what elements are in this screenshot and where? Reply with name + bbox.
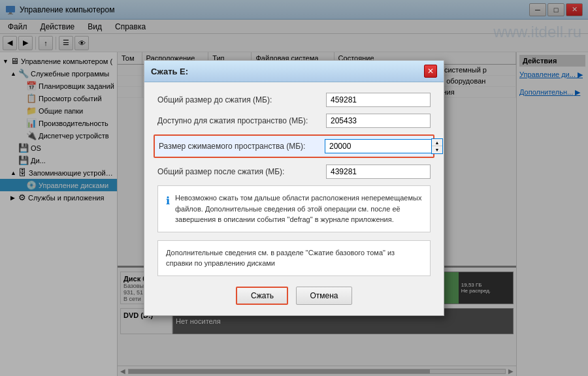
dialog-overlay: Сжать Е: ✕ Общий размер до сжатия (МБ): … <box>0 0 588 376</box>
dialog-row-total-after: Общий размер после сжатия (МБ): 439281 <box>157 164 431 179</box>
info-text-1: Невозможно сжать том дальше области расп… <box>175 193 422 225</box>
label-available: Доступно для сжатия пространство (МБ): <box>157 116 326 125</box>
info-icon: ℹ <box>166 193 170 225</box>
compress-button[interactable]: Сжать <box>236 287 288 305</box>
dialog-row-available: Доступно для сжатия пространство (МБ): 2… <box>157 114 431 128</box>
dialog-title-bar: Сжать Е: ✕ <box>144 61 444 82</box>
info-box-1: ℹ Невозможно сжать том дальше области ра… <box>157 185 431 232</box>
label-shrink-size: Размер сжимаемого пространства (МБ): <box>159 142 325 151</box>
compress-dialog: Сжать Е: ✕ Общий размер до сжатия (МБ): … <box>144 60 444 316</box>
spinner-up[interactable]: ▲ <box>432 139 442 146</box>
dialog-row-total-before: Общий размер до сжатия (МБ): 459281 <box>157 93 431 107</box>
cancel-button[interactable]: Отмена <box>296 287 351 305</box>
value-total-after: 439281 <box>326 164 431 179</box>
dialog-buttons: Сжать Отмена <box>157 287 431 305</box>
spinner-down[interactable]: ▼ <box>432 146 442 153</box>
label-total-after: Общий размер после сжатия (МБ): <box>157 167 326 176</box>
info-box-2: Дополнительные сведения см. в разделе "С… <box>157 240 431 276</box>
label-total-before: Общий размер до сжатия (МБ): <box>157 95 326 104</box>
info-text-2: Дополнительные сведения см. в разделе "С… <box>166 249 395 268</box>
dialog-title: Сжать Е: <box>151 67 188 76</box>
value-total-before: 459281 <box>326 93 431 107</box>
dialog-close-button[interactable]: ✕ <box>424 65 437 78</box>
dialog-row-shrink-size: Размер сжимаемого пространства (МБ): ▲ ▼ <box>154 134 434 158</box>
shrink-size-input[interactable] <box>325 139 431 153</box>
value-available: 205433 <box>326 114 431 128</box>
dialog-body: Общий размер до сжатия (МБ): 459281 Дост… <box>144 82 444 315</box>
spinner-buttons: ▲ ▼ <box>431 138 443 154</box>
shrink-input-group: ▲ ▼ <box>325 138 429 154</box>
